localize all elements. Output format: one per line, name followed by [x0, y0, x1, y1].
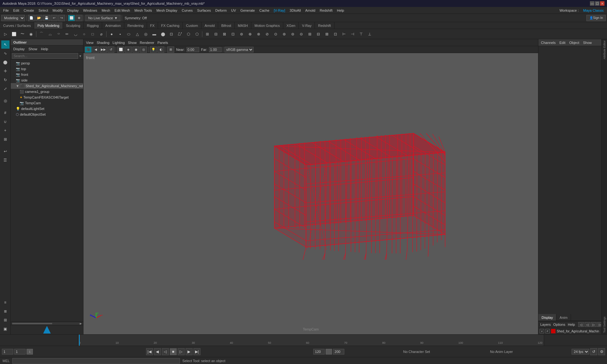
outliner-search-input[interactable]: [12, 53, 78, 59]
history-btn[interactable]: ↩: [1, 147, 9, 155]
menu-edit-mesh[interactable]: Edit Mesh: [113, 8, 132, 13]
loop-mode-btn[interactable]: ↺: [590, 348, 597, 355]
fill-btn[interactable]: ⊡: [229, 30, 237, 38]
menu-display[interactable]: Display: [65, 8, 81, 13]
menu-cache[interactable]: Cache: [257, 8, 271, 13]
tab-rendering[interactable]: Rendering: [124, 22, 147, 29]
tab-vray[interactable]: V-Ray: [299, 22, 315, 29]
bezier-btn[interactable]: ⌔: [54, 30, 63, 38]
tab-sculpting[interactable]: Sculpting: [63, 22, 84, 29]
multi-cut-btn[interactable]: ⊢: [340, 30, 348, 38]
menu-vray[interactable]: [V-Ray]: [272, 8, 287, 13]
fps-select[interactable]: 24 fps 30 fps: [572, 349, 589, 355]
next-frame-btn[interactable]: ▶: [186, 348, 193, 355]
menu-edit[interactable]: Edit: [11, 8, 21, 13]
tab-mash[interactable]: MASH: [235, 22, 251, 29]
prev-frame-btn[interactable]: ◀: [154, 348, 161, 355]
layer-btns-1[interactable]: ≡: [1, 298, 9, 306]
merge-btn[interactable]: ⊗: [254, 30, 263, 38]
mel-input[interactable]: [12, 358, 180, 364]
snap-point-btn[interactable]: +: [1, 126, 9, 135]
tab-animation[interactable]: Animation: [102, 22, 124, 29]
weld-btn[interactable]: ⊟: [314, 30, 322, 38]
menu-mesh-display[interactable]: Mesh Display: [155, 8, 179, 13]
viewport-menu-view[interactable]: View: [85, 41, 95, 45]
cube-btn[interactable]: ▪: [116, 30, 124, 38]
scale-tool-btn[interactable]: ⤢: [1, 85, 9, 93]
menu-generate[interactable]: Generate: [238, 8, 257, 13]
menu-arnold[interactable]: Arnold: [304, 8, 317, 13]
extrude-btn[interactable]: ⊞: [203, 30, 212, 38]
snap-grid-btn[interactable]: #: [1, 109, 9, 117]
menu-curves[interactable]: Curves: [180, 8, 195, 13]
object-menu[interactable]: Object: [568, 41, 580, 45]
tab-motion-graphics[interactable]: Motion Graphics: [251, 22, 283, 29]
arc-btn[interactable]: ◡: [71, 30, 80, 38]
viewport-menu-shading[interactable]: Shading: [95, 41, 111, 45]
paint-select-btn[interactable]: ◉: [27, 30, 35, 38]
layer-playback-btn[interactable]: P: [545, 329, 550, 333]
helix2-btn[interactable]: ⌰: [176, 30, 184, 38]
ep-curve-btn[interactable]: ⌓: [46, 30, 54, 38]
append-btn[interactable]: ⊠: [220, 30, 229, 38]
menu-surfaces[interactable]: Surfaces: [195, 8, 213, 13]
menu-3dtoall[interactable]: 3DtoAll: [288, 8, 303, 13]
display-tab[interactable]: Display: [538, 314, 556, 321]
undo-btn[interactable]: ↩: [51, 15, 58, 21]
plane-btn[interactable]: ▬: [150, 30, 158, 38]
menu-help[interactable]: Help: [335, 8, 346, 13]
layers-menu[interactable]: Layers: [540, 323, 551, 326]
playback-options-btn[interactable]: ⚙: [598, 348, 605, 355]
outliner-hscrollbar[interactable]: ▶: [11, 322, 83, 325]
open-btn[interactable]: 📂: [35, 15, 42, 21]
cylinder-btn[interactable]: ⬭: [125, 30, 133, 38]
square-btn[interactable]: □: [89, 30, 97, 38]
new-scene-btn[interactable]: 📄: [28, 15, 35, 21]
layer-icon-back[interactable]: ◁: [585, 322, 590, 327]
rotate-tool-btn[interactable]: ↻: [1, 76, 9, 84]
marquee-select-btn[interactable]: ⬜: [10, 30, 18, 38]
mode-select[interactable]: Modeling: [1, 15, 25, 21]
bridge-btn[interactable]: ⊟: [212, 30, 220, 38]
layer-btns-4[interactable]: ▣: [1, 325, 9, 333]
helix-btn[interactable]: ⌀: [97, 30, 105, 38]
offset-btn[interactable]: ⊜: [289, 30, 297, 38]
paint-tool-btn[interactable]: ⬤: [1, 58, 9, 66]
menu-windows[interactable]: Windows: [81, 8, 99, 13]
pencil-btn[interactable]: ✏: [63, 30, 71, 38]
tab-poly-modeling[interactable]: Poly Modeling: [34, 22, 63, 29]
vp-prev-btn[interactable]: ◀: [92, 46, 99, 53]
outliner-item-shed-group[interactable]: ▼ ⬛ Shed_for_Agricultural_Machinery_nd: [11, 83, 83, 89]
help-menu-layers[interactable]: Help: [567, 323, 576, 326]
timeline-ruler[interactable]: 0 10 20 30 40 50 60 70 80 90 100 110 120: [78, 335, 544, 346]
options-menu[interactable]: Options: [553, 323, 566, 326]
viewport-canvas[interactable]: front .shed-line { stroke: #dd1122; stro…: [83, 53, 538, 334]
circle-btn[interactable]: ○: [80, 30, 88, 38]
disk-btn[interactable]: ⬤: [159, 30, 167, 38]
vp-shadow-btn[interactable]: ◐: [157, 46, 164, 53]
search-arrow-icon[interactable]: ▼: [79, 54, 82, 58]
outliner-item-tempcamfbx[interactable]: ✦ TempCamFBXASC046Target: [11, 94, 83, 100]
torus-btn[interactable]: ◎: [142, 30, 150, 38]
platonic-btn[interactable]: ⬠: [193, 30, 201, 38]
edit-menu[interactable]: Edit: [558, 41, 567, 45]
lasso-btn[interactable]: 〜: [18, 30, 27, 38]
transform-tool-btn[interactable]: ✛: [1, 67, 9, 75]
outliner-help-menu[interactable]: Help: [40, 47, 50, 51]
outliner-item-front[interactable]: 📷 front: [11, 72, 83, 77]
insert-btn[interactable]: ⊛: [280, 30, 288, 38]
vp-gamma-select[interactable]: sRGB gamma: [224, 47, 254, 52]
quick-select-btn[interactable]: ☰: [1, 156, 9, 164]
cone-btn[interactable]: △: [133, 30, 141, 38]
layer-btns-2[interactable]: ≣: [1, 307, 9, 315]
outliner-item-persp[interactable]: 📷 persp: [11, 60, 83, 66]
select-icon-btn[interactable]: ▷: [1, 30, 9, 38]
menu-deform[interactable]: Deform: [213, 8, 229, 13]
minimize-btn[interactable]: —: [590, 1, 594, 6]
vp-near-input[interactable]: [187, 47, 199, 52]
menu-mesh[interactable]: Mesh: [100, 8, 112, 13]
tab-arnold[interactable]: Arnold: [201, 22, 218, 29]
viewport-menu-show[interactable]: Show: [127, 41, 138, 45]
maximize-btn[interactable]: ☐: [595, 1, 599, 6]
show-menu[interactable]: Show: [582, 41, 593, 45]
